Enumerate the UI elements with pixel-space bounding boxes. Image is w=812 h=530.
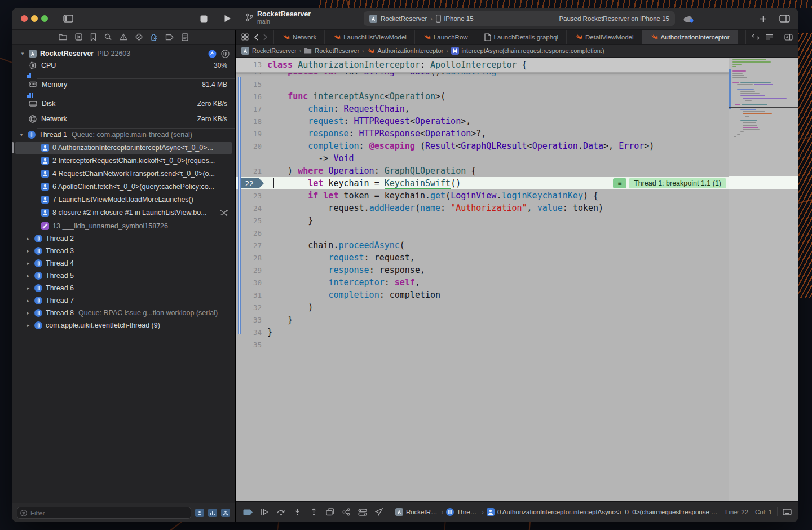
tab-detailviewmodel[interactable]: DetailViewModel <box>567 30 642 44</box>
environment-overrides-button[interactable] <box>357 506 368 518</box>
find-navigator-icon[interactable] <box>104 33 112 41</box>
profile-in-instruments-icon[interactable] <box>208 50 217 58</box>
gauge-row-memory[interactable]: Memory81.4 MB <box>12 79 235 90</box>
thread-row[interactable]: ▸Thread 8Queue: RPAC issue g...tion work… <box>12 307 235 319</box>
jump-bar-item[interactable]: AuthorizationInterceptor <box>367 47 443 55</box>
stack-frame-row[interactable]: 6 ApolloClient.fetch<τ_0_0>(query:cacheP… <box>15 180 232 193</box>
debug-breadcrumb-item[interactable]: 0 AuthorizationInterceptor.interceptAsyn… <box>487 508 720 516</box>
disclosure-closed-icon[interactable]: ▸ <box>25 273 31 279</box>
scheme-name[interactable]: RocketReserver <box>381 15 427 22</box>
disclosure-closed-icon[interactable]: ▸ <box>25 310 31 316</box>
tab-launchlistviewmodel[interactable]: LaunchListViewModel <box>325 30 415 44</box>
thread-row[interactable]: ▸Thread 7 <box>12 294 235 307</box>
thread-1-row[interactable]: ▾ Thread 1 Queue: com.apple.main-thread … <box>12 129 235 141</box>
code-line-23[interactable]: 23 if let token = keychain.get(LoginView… <box>236 189 729 202</box>
go-back-icon[interactable] <box>254 34 258 41</box>
code-line-22[interactable]: 22 let keychain = KeychainSwift()≡Thread… <box>236 177 729 189</box>
source-editor[interactable]: 13class AuthorizationInterceptor: Apollo… <box>236 58 798 501</box>
code-line-20[interactable]: 20 completion: @escaping (Result<GraphQL… <box>236 140 729 152</box>
code-line-35[interactable]: 35 <box>236 338 729 351</box>
breakpoints-toggle-button[interactable] <box>242 506 254 518</box>
step-over-button[interactable] <box>275 506 286 518</box>
stack-frame-row[interactable]: 2 InterceptorRequestChain.kickoff<τ_0_0>… <box>15 154 232 167</box>
code-line-27[interactable]: 27 chain.proceedAsync( <box>236 239 729 251</box>
minimap[interactable] <box>729 58 798 501</box>
process-row[interactable]: ▾ RocketReserver PID 22603 <box>12 47 235 60</box>
code-line-26[interactable]: 26 <box>236 227 729 239</box>
filter-input[interactable] <box>29 509 188 517</box>
code-line-24[interactable]: 24 request.addHeader(name: "Authorizatio… <box>236 202 729 214</box>
stop-button[interactable] <box>198 14 209 24</box>
code-line-25[interactable]: 25 } <box>236 214 729 227</box>
stack-frame-row[interactable]: 8 closure #2 in closure #1 in LaunchList… <box>15 206 232 219</box>
memory-gauge-icon[interactable] <box>221 50 230 58</box>
disclosure-closed-icon[interactable]: ▸ <box>25 236 31 241</box>
code-line-18[interactable]: 18 request: HTTPRequest<Operation>, <box>236 115 729 127</box>
code-line-16[interactable]: 16 func interceptAsync<Operation>( <box>236 90 729 103</box>
code-line-33[interactable]: 33 } <box>236 313 729 326</box>
thread-row[interactable]: ▸Thread 2 <box>12 232 235 245</box>
thread-row[interactable]: ▸Thread 6 <box>12 282 235 294</box>
editor-layout-icon[interactable] <box>779 14 790 24</box>
disclosure-closed-icon[interactable]: ▸ <box>25 298 31 303</box>
step-out-button[interactable] <box>308 506 319 518</box>
disclosure-open-icon[interactable]: ▾ <box>20 51 25 56</box>
code-line-29[interactable]: 29 response: response, <box>236 264 729 276</box>
annotation-menu-icon[interactable]: ≡ <box>613 178 626 188</box>
memory-graph-button[interactable] <box>341 506 352 518</box>
tab-authorizationinterceptor[interactable]: AuthorizationInterceptor <box>642 30 738 44</box>
editor-only-mode-icon[interactable] <box>783 509 792 515</box>
bookmarks-navigator-icon[interactable] <box>90 33 96 41</box>
issues-navigator-icon[interactable] <box>120 33 127 41</box>
code-line-17[interactable]: 17 chain: RequestChain, <box>236 103 729 115</box>
code-line-15[interactable]: 15 <box>236 78 729 90</box>
gauge-row-network[interactable]: NetworkZero KB/s <box>12 113 235 125</box>
project-indicator[interactable]: RocketReserver main <box>245 10 311 25</box>
gauge-row-cpu[interactable]: CPU30% <box>12 60 235 71</box>
stack-frame-row[interactable]: 4 RequestChainNetworkTransport.send<τ_0_… <box>15 167 232 180</box>
debug-breadcrumb-item[interactable]: RocketReser <box>395 508 439 516</box>
breakpoint-badge[interactable]: 22 <box>239 178 264 188</box>
tab-launchrow[interactable]: LaunchRow <box>415 30 476 44</box>
breakpoint-annotation[interactable]: ≡Thread 1: breakpoint 1.1 (1) <box>613 178 726 188</box>
disclosure-closed-icon[interactable]: ▸ <box>25 260 31 266</box>
code-line-wrap[interactable]: -> Void <box>236 152 729 165</box>
split-editor-icon[interactable] <box>779 34 793 41</box>
simulate-location-button[interactable] <box>373 506 385 518</box>
code-line-19[interactable]: 19 response: HTTPResponse<Operation>?, <box>236 127 729 140</box>
code-line-14[interactable]: 14 public var id: String = UUID().uuidSt… <box>236 73 729 78</box>
jump-bar-item[interactable]: interceptAsync(chain:request:response:co… <box>451 47 604 55</box>
code-line-32[interactable]: 32 ) <box>236 301 729 313</box>
close-button[interactable] <box>21 15 28 22</box>
run-destination[interactable]: iPhone 15 <box>444 15 474 22</box>
thread-row[interactable]: ▸com.apple.uikit.eventfetch-thread (9) <box>12 319 235 332</box>
code-line-34[interactable]: 34} <box>236 326 729 338</box>
filter-threads-toggle[interactable] <box>221 509 230 517</box>
thread-row[interactable]: ▸Thread 5 <box>12 270 235 282</box>
source-control-navigator-icon[interactable] <box>75 33 82 41</box>
tab-launchdetails-graphql[interactable]: LaunchDetails.graphql <box>476 30 567 44</box>
debug-breadcrumb-item[interactable]: Thread 1 <box>446 508 479 516</box>
code-review-icon[interactable] <box>752 34 760 40</box>
code-line-21[interactable]: 21 ) where Operation: GraphQLOperation { <box>236 165 729 177</box>
jump-bar-item[interactable]: RocketReserver <box>241 47 297 55</box>
breakpoints-navigator-icon[interactable] <box>165 34 174 41</box>
run-button[interactable] <box>222 14 233 24</box>
filter-debug-symbols-toggle[interactable] <box>195 509 204 517</box>
step-into-button[interactable] <box>292 506 303 518</box>
reports-navigator-icon[interactable] <box>182 33 188 41</box>
code-line-13[interactable]: 13class AuthorizationInterceptor: Apollo… <box>236 58 729 72</box>
disclosure-open-icon[interactable]: ▾ <box>19 132 24 138</box>
stack-frame-row[interactable]: 7 LaunchListViewModel.loadMoreLaunches() <box>15 193 232 206</box>
thread-row[interactable]: ▸Thread 4 <box>12 257 235 270</box>
toggle-navigator-icon[interactable] <box>63 14 74 24</box>
code-line-30[interactable]: 30 interceptor: self, <box>236 276 729 289</box>
debug-navigator-icon[interactable] <box>151 33 157 41</box>
filter-field[interactable] <box>17 507 191 519</box>
code-line-28[interactable]: 28 request: request, <box>236 251 729 264</box>
tab-network[interactable]: Network <box>274 30 325 44</box>
related-items-icon[interactable] <box>241 33 249 41</box>
minimize-button[interactable] <box>31 15 38 22</box>
disclosure-closed-icon[interactable]: ▸ <box>25 323 31 328</box>
go-forward-icon[interactable] <box>263 34 268 41</box>
